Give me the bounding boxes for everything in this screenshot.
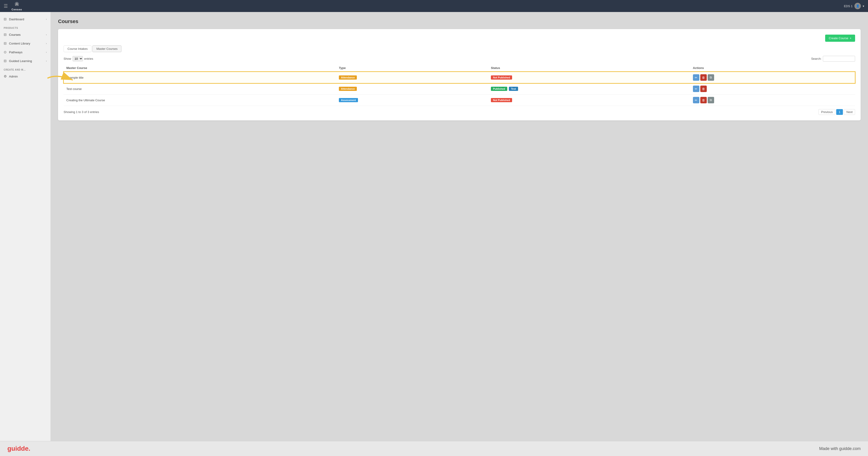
table-row: Example title Attendance Not Published ✏ bbox=[64, 72, 855, 83]
course-name: Test course bbox=[64, 83, 336, 94]
plus-icon: + bbox=[849, 36, 851, 40]
sidebar-item-guided-learning[interactable]: ⊟ Guided Learning › bbox=[0, 57, 51, 65]
dashboard-icon: ⊟ bbox=[4, 17, 7, 21]
copy-button[interactable]: ⧉ bbox=[708, 97, 714, 103]
sidebar-item-label: Guided Learning bbox=[9, 59, 32, 63]
chevron-right-icon: › bbox=[46, 51, 47, 54]
chevron-right-icon: › bbox=[46, 18, 47, 21]
sidebar-item-label: Dashboard bbox=[9, 18, 24, 21]
tab-master-courses[interactable]: Master Courses bbox=[92, 46, 121, 52]
card-header: Create Course + bbox=[64, 35, 855, 42]
user-label: EDS 1 bbox=[844, 4, 852, 8]
tab-course-intakes[interactable]: Course Intakes bbox=[64, 46, 91, 52]
edit-button[interactable]: ✏ bbox=[693, 97, 700, 103]
next-button[interactable]: Next bbox=[844, 109, 855, 115]
svg-point-1 bbox=[16, 3, 18, 5]
sidebar-item-admin[interactable]: ⚙ Admin bbox=[0, 72, 51, 81]
page-1-button[interactable]: 1 bbox=[836, 109, 843, 115]
content-library-icon: ⊟ bbox=[4, 41, 7, 46]
sidebar-item-label: Pathways bbox=[9, 51, 23, 54]
sidebar-section-products: PRODUCTS bbox=[0, 24, 51, 30]
sidebar-section-create: CREATE AND M... bbox=[0, 65, 51, 72]
type-badge: Attendance bbox=[339, 87, 357, 91]
footer-tagline: Made with guidde.com bbox=[819, 446, 861, 451]
action-buttons: ✏ 🗑 bbox=[693, 86, 852, 92]
footer-logo: guidde. bbox=[7, 445, 30, 452]
sidebar-item-label: Courses bbox=[9, 33, 21, 36]
type-badge: Assessment bbox=[339, 98, 358, 102]
table-footer: Showing 1 to 3 of 3 entries Previous 1 N… bbox=[64, 109, 855, 115]
type-badge: Attendance bbox=[339, 76, 357, 80]
entries-label: entries bbox=[84, 57, 93, 60]
search-input[interactable] bbox=[823, 56, 855, 62]
guided-learning-icon: ⊟ bbox=[4, 59, 7, 63]
chevron-right-icon: › bbox=[46, 59, 47, 62]
course-status: Not Published bbox=[488, 94, 690, 106]
course-type: Assessment bbox=[336, 94, 488, 106]
status-badge: Not Published bbox=[491, 76, 512, 80]
show-entries-control: Show 10 25 50 entries bbox=[64, 56, 93, 61]
delete-button[interactable]: 🗑 bbox=[700, 86, 707, 92]
course-name: Creating the Ultimate Course bbox=[64, 94, 336, 106]
user-menu[interactable]: EDS 1 👤 ▾ bbox=[844, 3, 864, 9]
chevron-right-icon: › bbox=[46, 33, 47, 36]
col-actions: Actions bbox=[690, 64, 855, 72]
course-status: Published Test bbox=[488, 83, 690, 94]
showing-entries-text: Showing 1 to 3 of 3 entries bbox=[64, 110, 99, 114]
courses-table: Master Course Type Status Actions Exampl… bbox=[64, 64, 855, 106]
create-course-button[interactable]: Create Course + bbox=[825, 35, 855, 42]
censeo-logo: Censeo bbox=[11, 1, 22, 11]
edit-button[interactable]: ✏ bbox=[693, 74, 700, 81]
col-type: Type bbox=[336, 64, 488, 72]
status-badge: Published bbox=[491, 87, 507, 91]
sidebar: ⊟ Dashboard › PRODUCTS ⊟ Courses › ⊟ Con… bbox=[0, 12, 51, 441]
copy-button[interactable]: ⧉ bbox=[708, 74, 714, 81]
col-status: Status bbox=[488, 64, 690, 72]
table-wrapper: Master Course Type Status Actions Exampl… bbox=[64, 64, 855, 106]
censeo-brand-label: Censeo bbox=[11, 8, 22, 11]
courses-icon: ⊟ bbox=[4, 32, 7, 37]
pathways-icon: ⊙ bbox=[4, 50, 7, 54]
course-actions: ✏ 🗑 ⧉ bbox=[690, 94, 855, 106]
sidebar-item-content-library[interactable]: ⊟ Content Library › bbox=[0, 39, 51, 48]
courses-card: Create Course + Course Intakes Master Co… bbox=[58, 29, 861, 120]
avatar: 👤 bbox=[855, 3, 861, 9]
sidebar-item-courses[interactable]: ⊟ Courses › bbox=[0, 30, 51, 39]
delete-button[interactable]: 🗑 bbox=[700, 97, 707, 103]
col-master-course: Master Course bbox=[64, 64, 336, 72]
status-badge: Not Published bbox=[491, 98, 512, 102]
edit-button[interactable]: ✏ bbox=[693, 86, 700, 92]
footer: guidde. Made with guidde.com bbox=[0, 441, 868, 456]
course-type: Attendance bbox=[336, 72, 488, 83]
course-name: Example title bbox=[64, 72, 336, 83]
show-label: Show bbox=[64, 57, 71, 60]
course-status: Not Published bbox=[488, 72, 690, 83]
table-row: Creating the Ultimate Course Assessment … bbox=[64, 94, 855, 106]
sidebar-item-pathways[interactable]: ⊙ Pathways › bbox=[0, 48, 51, 57]
entries-select[interactable]: 10 25 50 bbox=[72, 56, 83, 61]
chevron-right-icon: › bbox=[46, 42, 47, 45]
table-controls: Show 10 25 50 entries Search: bbox=[64, 56, 855, 62]
hamburger-menu-icon[interactable]: ☰ bbox=[4, 3, 8, 9]
sidebar-item-label: Admin bbox=[9, 75, 18, 78]
course-tabs: Course Intakes Master Courses bbox=[64, 46, 855, 52]
search-box: Search: bbox=[811, 56, 855, 62]
delete-button[interactable]: 🗑 bbox=[700, 74, 707, 81]
action-buttons: ✏ 🗑 ⧉ bbox=[693, 74, 852, 81]
create-course-label: Create Course bbox=[829, 36, 848, 40]
sidebar-item-label: Content Library bbox=[9, 42, 30, 45]
previous-button[interactable]: Previous bbox=[818, 109, 835, 115]
test-badge: Test bbox=[509, 87, 518, 91]
user-dropdown-icon: ▾ bbox=[863, 4, 864, 8]
content-area: Courses Create Course + Course Intakes M… bbox=[51, 12, 868, 441]
course-type: Attendance bbox=[336, 83, 488, 94]
sidebar-item-dashboard[interactable]: ⊟ Dashboard › bbox=[0, 15, 51, 24]
course-actions: ✏ 🗑 ⧉ bbox=[690, 72, 855, 83]
table-row: Test course Attendance Published Test ✏ bbox=[64, 83, 855, 94]
action-buttons: ✏ 🗑 ⧉ bbox=[693, 97, 852, 103]
admin-icon: ⚙ bbox=[4, 74, 7, 79]
pagination: Previous 1 Next bbox=[818, 109, 855, 115]
course-actions: ✏ 🗑 bbox=[690, 83, 855, 94]
search-label: Search: bbox=[811, 57, 822, 60]
top-navigation: ☰ Censeo EDS 1 👤 ▾ bbox=[0, 0, 868, 12]
